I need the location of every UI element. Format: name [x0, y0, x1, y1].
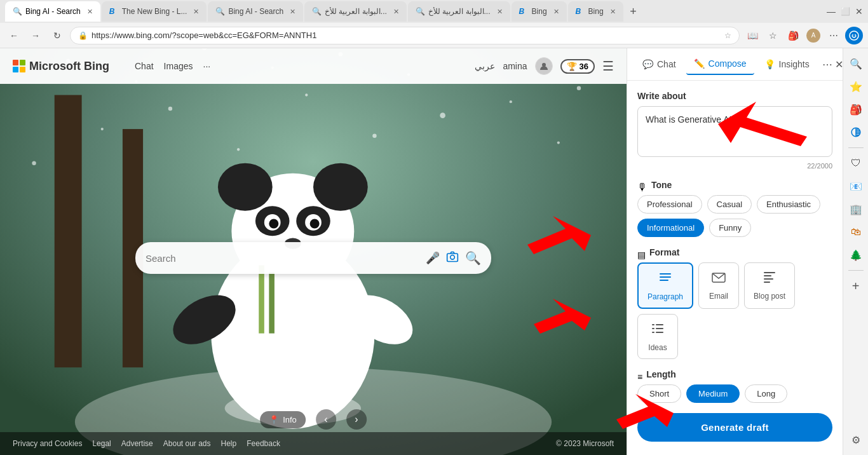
format-paragraph[interactable]: Paragraph [637, 262, 693, 309]
tab-close-5[interactable]: ✕ [497, 8, 503, 16]
sidebar-essentials-icon[interactable]: 🛡 [846, 153, 866, 173]
tab-insights[interactable]: 💡 Insights [757, 54, 817, 74]
length-long[interactable]: Long [745, 384, 787, 403]
footer-links: Privacy and Cookies Legal Advertise Abou… [13, 439, 280, 448]
tab-favicon-1: 🔍 [13, 7, 22, 16]
favorites-button[interactable]: ☆ [764, 27, 782, 44]
tab-close-3[interactable]: ✕ [290, 8, 295, 16]
close-button[interactable]: ✕ [855, 6, 863, 17]
panel-close-button[interactable]: ✕ [835, 55, 843, 73]
sidebar-outlook-icon[interactable]: 📧 [846, 176, 866, 196]
minimize-button[interactable]: — [827, 6, 836, 17]
next-image-button[interactable]: › [346, 409, 367, 430]
nav-chat[interactable]: Chat [135, 58, 154, 74]
nav-images[interactable]: Images [164, 58, 193, 74]
collections-button[interactable]: 🎒 [784, 27, 802, 44]
length-icon: ≡ [637, 372, 642, 382]
tab-close-1[interactable]: ✕ [87, 8, 93, 16]
tab-close-4[interactable]: ✕ [393, 8, 399, 16]
svg-rect-44 [660, 273, 671, 275]
tab-close-2[interactable]: ✕ [193, 8, 199, 16]
trophy-icon: 🏆 [567, 62, 577, 71]
svg-rect-48 [764, 272, 775, 273]
write-about-input[interactable] [637, 106, 832, 157]
info-button[interactable]: 📍 Info [260, 411, 306, 428]
more-options-button[interactable]: ⋯ [825, 27, 843, 44]
refresh-button[interactable]: ↻ [48, 27, 66, 44]
sidebar-shopping-icon[interactable]: 🛍 [846, 222, 866, 242]
hamburger-menu[interactable]: ☰ [602, 58, 614, 74]
bing-page: Microsoft Bing Chat Images ··· عربي amin… [0, 48, 627, 455]
sidebar-extensions-icon[interactable] [846, 122, 866, 142]
edge-sidebar: 🔍 ⭐ 🎒 🛡 📧 🏢 🛍 🌲 + ⚙ [843, 48, 868, 455]
tab-bing-1[interactable]: B Bing ✕ [512, 1, 567, 22]
reading-view-button[interactable]: 📖 [743, 27, 761, 44]
format-blogpost[interactable]: Blog post [744, 262, 795, 309]
format-email[interactable]: Email [698, 262, 739, 309]
svg-rect-52 [652, 324, 654, 325]
email-icon [711, 269, 726, 288]
tone-enthusiastic[interactable]: Enthusiastic [757, 195, 820, 214]
arabic-nav[interactable]: عربي [475, 61, 495, 71]
length-medium[interactable]: Medium [686, 384, 740, 403]
user-profile-button[interactable]: A [804, 27, 822, 44]
sidebar-add-icon[interactable]: + [846, 276, 866, 296]
footer-help[interactable]: Help [221, 439, 237, 448]
tab-favicon-2: B [109, 7, 118, 16]
footer-advertise[interactable]: Advertise [121, 439, 153, 448]
search-button[interactable]: 🔍 [465, 250, 481, 266]
new-tab-button[interactable]: + [625, 3, 642, 20]
prev-image-button[interactable]: ‹ [316, 409, 336, 430]
tone-icon: 🎙 [637, 182, 648, 193]
tab-bing-2[interactable]: B Bing ✕ [568, 1, 623, 22]
bing-header-right: عربي amina 🏆 36 ☰ [475, 57, 614, 75]
tab-arabic-2[interactable]: 🔍 البوابة العربية للأخ... ✕ [408, 1, 510, 22]
format-ideas[interactable]: Ideas [637, 314, 678, 359]
sidebar-tools-icon[interactable]: 🌲 [846, 245, 866, 265]
logo-sq-green [20, 60, 25, 65]
edge-copilot-button[interactable] [845, 27, 863, 44]
microphone-icon[interactable]: 🎤 [426, 251, 440, 265]
points-value: 36 [580, 62, 588, 71]
insights-tab-label: Insights [779, 59, 810, 69]
generate-draft-button[interactable]: Generate draft [637, 413, 832, 442]
tone-informational[interactable]: Informational [637, 219, 704, 237]
sidebar-office-icon[interactable]: 🏢 [846, 199, 866, 219]
panel-more-options[interactable]: ⋯ [822, 58, 832, 71]
user-avatar[interactable] [535, 57, 553, 75]
chat-tab-label: Chat [657, 59, 676, 69]
tab-bing-ai-2[interactable]: 🔍 Bing AI - Search ✕ [208, 1, 303, 22]
tab-close-6[interactable]: ✕ [553, 8, 559, 16]
forward-button[interactable]: → [27, 27, 44, 44]
tone-casual[interactable]: Casual [707, 195, 752, 214]
tab-bing-ai-1[interactable]: 🔍 Bing AI - Search ✕ [5, 1, 100, 22]
length-short[interactable]: Short [637, 384, 681, 403]
star-icon[interactable]: ☆ [724, 31, 731, 40]
length-buttons: Short Medium Long [637, 384, 832, 403]
footer-privacy[interactable]: Privacy and Cookies [13, 439, 82, 448]
tab-compose[interactable]: ✏️ Compose [686, 53, 754, 75]
tab-close-7[interactable]: ✕ [610, 8, 616, 16]
sidebar-collections-icon[interactable]: 🎒 [846, 99, 866, 119]
tab-new-bing[interactable]: B The New Bing - L... ✕ [102, 1, 207, 22]
sidebar-settings-icon[interactable]: ⚙ [846, 430, 866, 450]
footer-about-ads[interactable]: About our ads [163, 439, 211, 448]
logo-sq-blue [13, 67, 18, 72]
nav-more[interactable]: ··· [203, 58, 211, 74]
svg-point-1 [852, 34, 853, 36]
search-input-box[interactable]: 🎤 🔍 [135, 242, 491, 274]
tone-professional[interactable]: Professional [637, 195, 702, 214]
sidebar-favorites-icon[interactable]: ⭐ [846, 76, 866, 97]
sidebar-search-icon[interactable]: 🔍 [846, 53, 866, 74]
maximize-button[interactable]: ⬜ [841, 7, 850, 16]
search-input[interactable] [146, 253, 419, 264]
back-button[interactable]: ← [5, 27, 23, 44]
footer-feedback[interactable]: Feedback [247, 439, 280, 448]
ideas-icon [650, 321, 665, 339]
address-box[interactable]: 🔒 https://www.bing.com/?scope=web&cc=EG&… [70, 27, 740, 44]
footer-legal[interactable]: Legal [92, 439, 111, 448]
tab-chat[interactable]: 💬 Chat [635, 54, 684, 74]
camera-search-icon[interactable] [446, 250, 459, 266]
tab-arabic-1[interactable]: 🔍 البوابة العربية للأخ... ✕ [304, 1, 407, 22]
tone-funny[interactable]: Funny [709, 219, 751, 237]
